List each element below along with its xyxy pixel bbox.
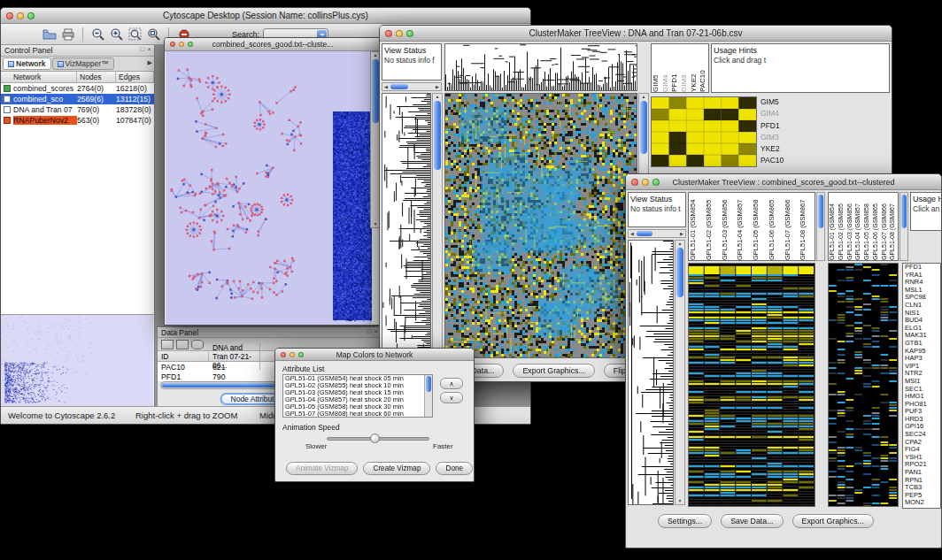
maximize-icon[interactable]	[652, 179, 660, 186]
column-label: GIM4	[661, 44, 671, 92]
dialog-button[interactable]: Done	[436, 462, 473, 475]
network-canvas[interactable]	[166, 51, 372, 326]
treeview-button[interactable]: Export Graphics...	[513, 364, 594, 378]
minimize-icon[interactable]	[290, 352, 295, 357]
tv2-heatmap-b[interactable]	[828, 263, 899, 507]
treeview-button[interactable]: Save Data...	[721, 514, 783, 528]
minimize-icon[interactable]	[179, 42, 184, 47]
dialog-button[interactable]: Create Vizmap	[363, 462, 430, 475]
vscroll-thumb[interactable]	[434, 101, 441, 170]
scroll-down-icon[interactable]: ▼	[676, 498, 684, 504]
dialog-titlebar[interactable]: Map Colors to Network	[275, 349, 474, 361]
vscroll-thumb[interactable]	[372, 59, 379, 123]
scroll-left-icon[interactable]: ◀	[629, 231, 636, 236]
animation-speed-slider[interactable]	[327, 437, 429, 441]
tv1-left-vscrollbar[interactable]: ▲ ▼	[432, 93, 443, 358]
column-header[interactable]: Edges	[116, 72, 154, 82]
dendro-hscrollbar[interactable]: ◀ ▶	[382, 82, 442, 91]
vscroll-thumb[interactable]	[901, 195, 907, 228]
float-panel-icon[interactable]: □	[140, 45, 144, 53]
close-icon[interactable]	[281, 352, 286, 357]
slider-thumb[interactable]	[370, 433, 380, 443]
listbox-scrollbar[interactable]	[424, 375, 432, 417]
hscroll-thumb[interactable]	[637, 231, 652, 236]
maximize-icon[interactable]	[188, 42, 193, 47]
zoom-in-icon[interactable]	[109, 27, 124, 42]
control-panel-tab[interactable]: Network	[3, 58, 51, 70]
birdseye-view[interactable]	[1, 314, 154, 406]
tv1-dendro-left[interactable]	[382, 93, 431, 358]
network-row[interactable]: combined_scores 2764(0) 16218(0)	[1, 83, 154, 94]
open-session-icon[interactable]	[42, 27, 57, 42]
network-row[interactable]: RNAPuberNov2 563(0) 107847(0)	[1, 115, 154, 126]
network-window-titlebar[interactable]: combined_scores_good.txt--cluste...	[165, 38, 381, 51]
dialog-button[interactable]: Animate Vizmap	[286, 462, 358, 475]
close-icon[interactable]	[385, 30, 392, 37]
tv1-heatmap[interactable]	[444, 93, 637, 358]
tv1-dendro-top[interactable]	[444, 43, 637, 91]
vscroll-thumb[interactable]	[426, 376, 431, 392]
close-icon[interactable]	[170, 42, 175, 47]
tv2-dendro-left[interactable]	[628, 240, 674, 505]
network-row[interactable]: combined_sco 2569(6) 13112(15)	[1, 94, 154, 104]
select-attributes-icon[interactable]	[161, 340, 174, 349]
maximize-icon[interactable]	[298, 352, 304, 357]
move-down-button[interactable]: ∨	[440, 392, 463, 403]
view-status-text: No status info t	[629, 203, 685, 213]
scroll-up-icon[interactable]: ▲	[433, 94, 442, 100]
hscroll-track[interactable]	[636, 230, 678, 237]
minimize-icon[interactable]	[17, 12, 24, 19]
vscroll-thumb[interactable]	[676, 248, 683, 297]
vscroll-thumb[interactable]	[640, 101, 647, 154]
data-column-header[interactable]: ID	[158, 352, 209, 361]
minimize-icon[interactable]	[642, 179, 649, 186]
move-up-button[interactable]: ∧	[440, 378, 463, 389]
zoom-selected-icon[interactable]	[127, 27, 143, 42]
dendro-hscrollbar[interactable]: ◀ ▶	[628, 229, 686, 238]
minimize-icon[interactable]	[396, 30, 403, 37]
hscroll-track[interactable]	[390, 83, 434, 90]
tv2-left-vscrollbar[interactable]: ▲ ▼	[675, 240, 685, 505]
scroll-up-icon[interactable]: ▲	[639, 94, 648, 100]
treeview1-titlebar[interactable]: ClusterMaker TreeView : DNA and Tran 07-…	[380, 26, 892, 42]
zoom-out-icon[interactable]	[90, 27, 105, 42]
scroll-left-icon[interactable]: ◀	[382, 84, 390, 89]
hscroll-thumb[interactable]	[390, 84, 408, 89]
control-panel-tab[interactable]: VizMapper™	[52, 58, 114, 70]
tv2-labels-b-scrollbar[interactable]	[900, 192, 908, 261]
scroll-right-icon[interactable]: ▶	[678, 231, 685, 236]
maximize-icon[interactable]	[27, 12, 35, 19]
panel-header-icons: □ ×	[367, 327, 378, 335]
tab-label: Network	[16, 59, 46, 68]
birdseye-canvas[interactable]	[1, 315, 153, 406]
column-header[interactable]: Nodes	[77, 72, 116, 82]
close-icon[interactable]	[6, 12, 13, 19]
close-panel-icon[interactable]: ×	[147, 45, 151, 53]
gene-label[interactable]: MON2	[905, 499, 940, 507]
network-row[interactable]: DNA and Tran 07 769(0) 183728(0)	[1, 104, 154, 115]
attribute-item[interactable]: GPL51-07 (GSM868) heat shock 60 min	[283, 410, 432, 418]
treeview-button[interactable]: Settings...	[658, 514, 712, 528]
maximize-icon[interactable]	[406, 30, 413, 37]
treeview-button[interactable]: Export Graphics...	[792, 514, 874, 528]
tv1-matrix[interactable]	[651, 96, 757, 167]
attribute-store-icon[interactable]	[191, 340, 204, 349]
main-titlebar[interactable]: Cytoscape Desktop (Session Name: collins…	[1, 8, 530, 24]
vscroll-thumb[interactable]	[818, 195, 823, 228]
status-zoom-hint: Right-click + drag to ZOOM	[135, 410, 237, 420]
column-header[interactable]: Network	[1, 72, 77, 82]
scroll-right-icon[interactable]: ▶	[434, 84, 441, 89]
tab-overflow-icon[interactable]: ▶	[148, 59, 152, 66]
scroll-up-icon[interactable]: ▲	[676, 241, 684, 247]
close-panel-icon[interactable]: ×	[374, 327, 378, 335]
zoom-fit-icon[interactable]	[146, 27, 161, 42]
tv2-heatmap-a[interactable]	[688, 263, 815, 507]
float-panel-icon[interactable]: □	[367, 327, 371, 335]
close-icon[interactable]	[631, 179, 638, 186]
create-attribute-icon[interactable]	[176, 340, 189, 349]
panel-header-icons: □ ×	[140, 45, 151, 53]
tv2-labels-a-scrollbar[interactable]	[816, 192, 825, 261]
attribute-listbox[interactable]: GPL51-01 (GSM854) heat shock 05 minGPL51…	[282, 374, 433, 418]
print-icon[interactable]	[60, 27, 75, 42]
treeview2-titlebar[interactable]: ClusterMaker TreeView : combined_scores_…	[626, 174, 941, 190]
